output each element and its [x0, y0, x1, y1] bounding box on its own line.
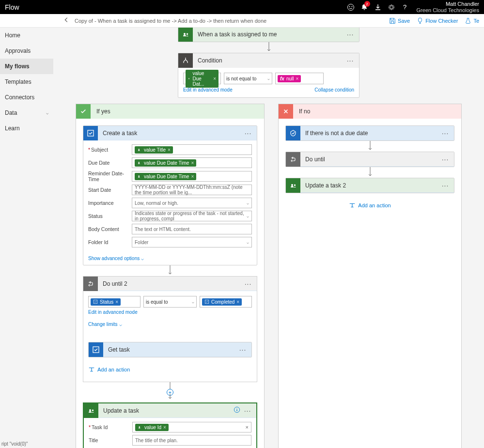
card-title: Create a task [98, 130, 242, 137]
subject-input[interactable]: value Title× [132, 144, 252, 155]
condition-operator[interactable]: is not equal to⌵ [224, 73, 272, 84]
condition-card[interactable]: Condition ··· value Due Dat...× is not e… [178, 53, 359, 98]
remove-token-icon[interactable]: × [296, 76, 298, 81]
dynamic-token: value Due Dat...× [186, 70, 219, 88]
create-task-card[interactable]: Create a task ··· *Subjectvalue Title× D… [83, 125, 257, 265]
condition-left-operand[interactable]: value Due Dat...× [183, 73, 221, 84]
due-date-input[interactable]: value Due Date Time× [132, 157, 252, 168]
task-icon [83, 126, 98, 140]
sidebar-item-approvals[interactable]: Approvals [0, 43, 53, 59]
condition-right-operand[interactable]: fxnull× [275, 73, 324, 84]
chevron-down-icon: ⌵ [46, 110, 48, 115]
x-icon [279, 104, 293, 119]
loop-icon [83, 277, 98, 291]
if-no-branch: If no If there is not a due date ··· Do … [278, 104, 462, 448]
sidebar-item-myflows[interactable]: My flows [0, 59, 53, 74]
update-task-2-card[interactable]: Update a task 2 ··· [285, 178, 454, 193]
branch-title: If yes [91, 108, 110, 115]
sidebar-item-data[interactable]: Data⌵ [0, 105, 53, 121]
folder-select[interactable]: Folder⌵ [132, 237, 252, 247]
svg-rect-4 [94, 300, 97, 304]
start-date-input[interactable]: YYYY-MM-DD or YYYY-MM-DDThh:mm:ssZ (note… [132, 185, 252, 195]
teams-icon [178, 28, 193, 42]
svg-point-1 [349, 6, 350, 7]
scope-card[interactable]: If there is not a due date ··· [285, 125, 454, 141]
svg-rect-5 [205, 300, 209, 304]
update-task-card[interactable]: Update a task ··· *Task Idvalue Id×× Tit… [83, 402, 257, 448]
importance-select[interactable]: Low, normal or high.⌵ [132, 198, 252, 208]
title-input[interactable]: The title of the plan. [132, 435, 251, 446]
do-until-card[interactable]: Do until ··· [285, 152, 454, 167]
card-menu-icon[interactable]: ··· [439, 182, 451, 189]
add-action-button[interactable]: Add an action [88, 366, 252, 373]
branch-title: If no [293, 108, 310, 115]
settings-icon[interactable] [385, 0, 398, 14]
flow-canvas: When a task is assigned to me ··· Condit… [53, 28, 484, 448]
scope-icon [286, 126, 300, 140]
loop-icon [286, 152, 300, 167]
card-menu-icon[interactable]: ··· [439, 129, 451, 137]
loop-operator[interactable]: is equal to⌵ [143, 296, 197, 308]
change-limits-link[interactable]: Change limits⌵ [88, 322, 122, 327]
if-yes-branch: If yes Create a task ··· *Subjectvalue T… [76, 104, 265, 448]
trigger-title: When a task is assigned to me [193, 31, 344, 38]
notifications-icon[interactable]: 2 [358, 0, 371, 14]
top-bar: Flow 2 ? Matt Chandler Green Cloud Techn… [0, 0, 484, 14]
user-info[interactable]: Matt Chandler Green Cloud Technologies [412, 1, 479, 14]
help-icon[interactable]: ? [398, 0, 412, 14]
card-menu-icon[interactable]: ··· [242, 407, 253, 415]
status-bar: ript "void(0)" [1, 441, 28, 447]
expression-token: fxnull× [278, 75, 301, 82]
download-icon[interactable] [371, 0, 385, 14]
sidebar: Home Approvals My flows Templates Connec… [0, 28, 53, 448]
body-input[interactable]: The text or HTML content. [132, 224, 252, 234]
edit-advanced-link[interactable]: Edit in advanced mode [183, 87, 233, 93]
user-name: Matt Chandler [417, 1, 479, 7]
sidebar-item-templates[interactable]: Templates [0, 74, 53, 90]
app-title: Flow [5, 3, 19, 11]
save-button[interactable]: Save [389, 17, 410, 24]
feedback-icon[interactable] [344, 0, 358, 14]
svg-point-0 [347, 4, 354, 10]
collapse-condition-link[interactable]: Collapse condition [314, 87, 354, 93]
add-action-button[interactable]: Add an action [349, 202, 390, 209]
remove-token-icon[interactable]: × [213, 76, 216, 81]
back-button[interactable] [63, 16, 70, 25]
reminder-input[interactable]: value Due Date Time× [132, 171, 252, 182]
card-menu-icon[interactable]: ··· [344, 31, 356, 38]
breadcrumb: Copy of - When a task is assigned to me … [75, 18, 266, 24]
teams-icon [286, 178, 300, 193]
branch-icon [178, 53, 193, 68]
sidebar-item-connectors[interactable]: Connectors [0, 90, 53, 105]
task-id-input[interactable]: value Id×× [132, 422, 251, 433]
toolbar: Copy of - When a task is assigned to me … [0, 14, 484, 28]
user-org: Green Cloud Technologies [417, 7, 479, 14]
notif-badge: 2 [364, 1, 370, 7]
edit-advanced-link[interactable]: Edit in advanced mode [88, 309, 252, 315]
card-menu-icon[interactable]: ··· [242, 280, 254, 288]
info-icon[interactable] [232, 406, 242, 415]
get-task-card[interactable]: Get task ··· [88, 342, 252, 357]
card-menu-icon[interactable]: ··· [242, 129, 254, 137]
flow-checker-button[interactable]: Flow Checker [417, 17, 458, 24]
condition-title: Condition [193, 57, 344, 64]
test-button[interactable]: Te [465, 17, 479, 24]
sidebar-item-learn[interactable]: Learn [0, 121, 53, 136]
teams-icon [84, 403, 98, 418]
do-until-card[interactable]: Do until 2 ··· Status× is equal to⌵ Comp… [83, 276, 257, 382]
trigger-card[interactable]: When a task is assigned to me ··· [178, 28, 359, 42]
card-menu-icon[interactable]: ··· [237, 346, 249, 354]
task-icon [89, 342, 103, 357]
loop-right-operand[interactable]: Completed× [200, 296, 252, 308]
card-menu-icon[interactable]: ··· [344, 57, 356, 64]
show-advanced-link[interactable]: Show advanced options ⌵ [83, 255, 149, 265]
status-select[interactable]: Indicates state or progress of the task … [132, 211, 252, 221]
check-icon [76, 104, 91, 119]
loop-left-operand[interactable]: Status× [88, 296, 141, 308]
card-menu-icon[interactable]: ··· [439, 155, 451, 163]
svg-point-2 [351, 6, 352, 7]
sidebar-item-home[interactable]: Home [0, 28, 53, 43]
arrow-connector [53, 42, 484, 53]
clear-icon[interactable]: × [246, 424, 249, 430]
